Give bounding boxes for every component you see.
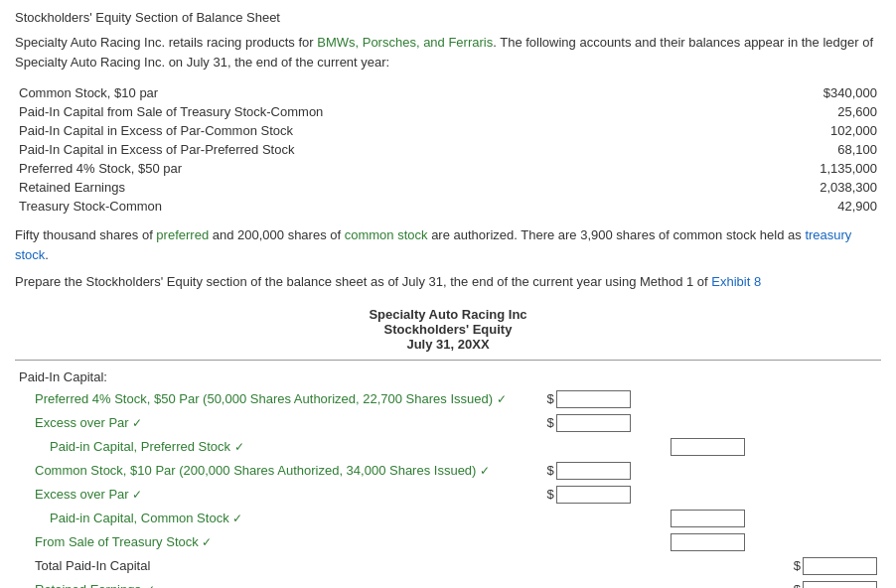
balance-sheet-row: Excess over Par ✓ $ [15,483,881,507]
col-c [749,507,881,530]
col-c [749,411,881,435]
ledger-row: Paid-In Capital in Excess of Par-Common … [15,121,881,140]
row-label-cell: Excess over Par ✓ [15,411,521,435]
col-c: $ [749,578,881,589]
input-preferred_stock[interactable] [556,390,631,408]
input-from_sale_treasury[interactable] [671,533,745,551]
dollar-sign: $ [546,487,553,502]
input-retained_earnings[interactable] [803,581,877,589]
col-c [749,435,881,459]
page-title: Stockholders' Equity Section of Balance … [15,10,881,25]
row-label: Common Stock, $10 Par (200,000 Shares Au… [35,463,490,478]
input-excess_over_par_common[interactable] [556,486,631,504]
col-c [749,387,881,411]
dollar-sign: $ [546,415,553,430]
row-label: Paid-in Capital, Preferred Stock ✓ [50,439,244,454]
ledger-item-label: Preferred 4% Stock, $50 par [15,159,660,178]
checkmark-icon: ✓ [480,464,490,478]
col-a: $ [521,411,635,435]
ledger-row: Common Stock, $10 par$340,000 [15,83,881,102]
ledger-row: Paid-In Capital from Sale of Treasury St… [15,102,881,121]
ledger-item-value: 42,900 [660,197,881,216]
checkmark-icon: ✓ [132,488,142,502]
company-date: July 31, 20XX [15,337,881,352]
balance-sheet-row: Preferred 4% Stock, $50 Par (50,000 Shar… [15,387,881,411]
input-paid_in_preferred[interactable] [671,438,745,456]
checkmark-icon: ✓ [132,416,142,430]
ledger-row: Preferred 4% Stock, $50 par1,135,000 [15,159,881,178]
ledger-row: Retained Earnings2,038,300 [15,178,881,197]
col-c [749,459,881,483]
col-a: $ [521,459,635,483]
row-label-cell: Paid-in Capital, Common Stock ✓ [15,507,521,530]
ledger-item-label: Paid-In Capital from Sale of Treasury St… [15,102,660,121]
col-c [749,530,881,554]
row-label-cell: Total Paid-In Capital [15,554,521,578]
row-label: Excess over Par ✓ [35,487,142,502]
divider [15,360,881,361]
row-label-cell: Common Stock, $10 Par (200,000 Shares Au… [15,459,521,483]
balance-sheet: Paid-In Capital: Preferred 4% Stock, $50… [15,367,881,589]
col-b [635,578,749,589]
ledger-item-value: 1,135,000 [660,159,881,178]
col-c [749,483,881,507]
ledger-item-label: Treasury Stock-Common [15,197,660,216]
ledger-row: Treasury Stock-Common42,900 [15,197,881,216]
row-label: From Sale of Treasury Stock ✓ [35,534,212,549]
col-a [521,554,635,578]
input-paid_in_common[interactable] [671,510,745,527]
dollar-sign: $ [546,463,553,478]
col-b [635,411,749,435]
ledger-item-value: 102,000 [660,121,881,140]
col-b [635,530,749,554]
row-label-cell: Retained Earnings ✓ [15,578,521,589]
ledger-item-label: Paid-In Capital in Excess of Par-Common … [15,121,660,140]
ledger-item-value: 25,600 [660,102,881,121]
company-header: Specialty Auto Racing Inc Stockholders' … [15,307,881,352]
row-label: Retained Earnings ✓ [35,582,155,588]
company-section: Stockholders' Equity [15,322,881,337]
row-label-cell: Preferred 4% Stock, $50 Par (50,000 Shar… [15,387,521,411]
col-c: $ [749,554,881,578]
balance-sheet-row: Common Stock, $10 Par (200,000 Shares Au… [15,459,881,483]
ledger-table: Common Stock, $10 par$340,000Paid-In Cap… [15,83,881,216]
col-a: $ [521,483,635,507]
ledger-item-label: Paid-In Capital in Excess of Par-Preferr… [15,140,660,159]
col-a [521,578,635,589]
col-a [521,507,635,530]
footer-note: Fifty thousand shares of preferred and 2… [15,225,881,264]
row-label: Paid-in Capital, Common Stock ✓ [50,511,242,525]
row-label-cell: Excess over Par ✓ [15,483,521,507]
col-a: $ [521,387,635,411]
input-common_stock[interactable] [556,462,631,480]
ledger-row: Paid-In Capital in Excess of Par-Preferr… [15,140,881,159]
balance-sheet-row: Excess over Par ✓ $ [15,411,881,435]
checkmark-icon: ✓ [202,535,212,549]
row-label: Excess over Par ✓ [35,415,142,430]
col-b [635,483,749,507]
dollar-sign: $ [794,558,801,573]
balance-sheet-row: Paid-in Capital, Preferred Stock ✓ [15,435,881,459]
instruction: Prepare the Stockholders' Equity section… [15,272,881,292]
input-excess_over_par_preferred[interactable] [556,414,631,432]
intro-paragraph: Specialty Auto Racing Inc. retails racin… [15,33,881,72]
dollar-sign: $ [794,582,801,589]
row-label-cell: From Sale of Treasury Stock ✓ [15,530,521,554]
paid-in-label: Paid-In Capital: [15,367,521,387]
ledger-item-label: Common Stock, $10 par [15,83,660,102]
col-b [635,554,749,578]
checkmark-icon: ✓ [232,512,242,525]
dollar-sign: $ [546,391,553,406]
row-label: Total Paid-In Capital [35,558,150,573]
col-b [635,459,749,483]
balance-sheet-row: Retained Earnings ✓ $ [15,578,881,589]
ledger-item-label: Retained Earnings [15,178,660,197]
row-label: Preferred 4% Stock, $50 Par (50,000 Shar… [35,391,507,406]
ledger-item-value: 2,038,300 [660,178,881,197]
balance-sheet-row: From Sale of Treasury Stock ✓ [15,530,881,554]
row-label-cell: Paid-in Capital, Preferred Stock ✓ [15,435,521,459]
checkmark-icon: ✓ [234,440,244,454]
balance-sheet-row: Paid-in Capital, Common Stock ✓ [15,507,881,530]
input-total_paid_in[interactable] [803,557,877,575]
col-a [521,435,635,459]
